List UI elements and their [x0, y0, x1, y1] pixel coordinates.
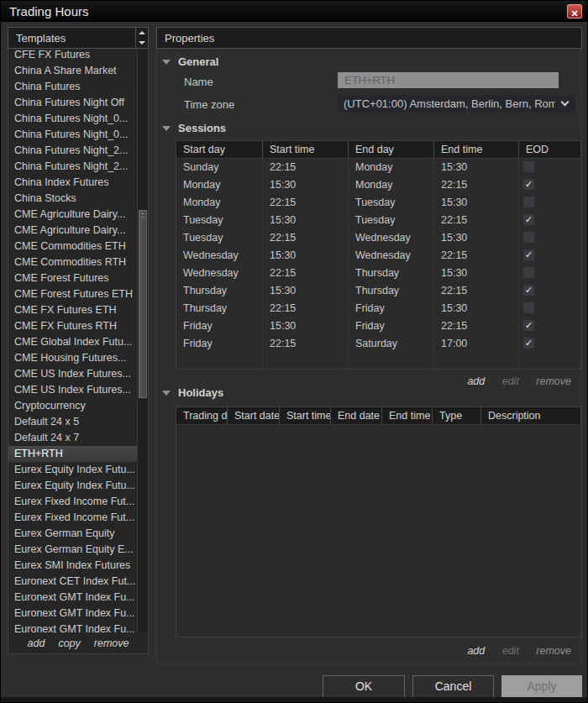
- template-item[interactable]: China Futures Night_0...: [8, 127, 148, 143]
- template-item[interactable]: CME FX Futures RTH: [8, 318, 148, 334]
- template-item[interactable]: CME Forest Futures ETH: [8, 286, 148, 302]
- close-button[interactable]: ✕: [567, 4, 582, 18]
- session-row[interactable]: Thursday 15:30 Thursday 22:15 ✓: [176, 282, 580, 300]
- template-item[interactable]: China Futures Night Off: [8, 95, 148, 111]
- template-item[interactable]: Eurex German Equity: [8, 526, 148, 542]
- template-item[interactable]: China Stocks: [8, 191, 148, 207]
- template-item[interactable]: Default 24 x 5: [8, 414, 148, 430]
- eod-checkbox[interactable]: [523, 197, 534, 207]
- template-item[interactable]: CME Agriculture Dairy...: [8, 223, 148, 239]
- session-row[interactable]: Monday 22:15 Tuesday 15:30: [176, 194, 580, 212]
- template-item[interactable]: CME Housing Futures...: [8, 350, 148, 366]
- add-template-link[interactable]: add: [28, 637, 45, 649]
- template-item[interactable]: CME US Index Futures...: [8, 366, 148, 382]
- template-item[interactable]: Euronext CET Index Fut...: [8, 574, 148, 590]
- eod-checkbox[interactable]: ✓: [523, 320, 534, 331]
- template-item[interactable]: CME Commodities RTH: [8, 254, 148, 270]
- session-row[interactable]: Wednesday 22:15 Thursday 15:30: [176, 265, 580, 282]
- eod-checkbox[interactable]: [523, 267, 534, 278]
- name-input: [338, 72, 559, 88]
- column-header[interactable]: Start time: [280, 407, 331, 424]
- template-item[interactable]: CME Commodities ETH: [8, 239, 148, 254]
- session-end-time: 15:30: [434, 300, 519, 317]
- eod-checkbox[interactable]: ✓: [523, 285, 534, 296]
- session-row[interactable]: Thursday 22:15 Friday 15:30: [176, 300, 580, 317]
- cancel-button[interactable]: Cancel: [412, 675, 494, 698]
- template-item[interactable]: Default 24 x 7: [8, 430, 148, 446]
- eod-checkbox[interactable]: [523, 302, 534, 313]
- spinner-up-button[interactable]: [136, 28, 148, 38]
- scrollbar-thumb[interactable]: [139, 210, 147, 398]
- template-item[interactable]: ETH+RTH: [8, 446, 148, 462]
- holidays-section-header[interactable]: Holidays: [162, 386, 223, 399]
- template-item[interactable]: China Futures Night_0...: [8, 111, 148, 127]
- template-item[interactable]: CME FX Futures ETH: [8, 302, 148, 318]
- collapse-triangle-icon: [162, 126, 171, 131]
- session-end-day: Monday: [349, 159, 434, 176]
- edit-session-link[interactable]: edit: [502, 375, 519, 387]
- column-header[interactable]: Type: [433, 407, 481, 424]
- session-row[interactable]: Friday 15:30 Friday 22:15 ✓: [176, 317, 580, 335]
- template-item[interactable]: CME Forest Futures: [8, 270, 148, 286]
- column-header[interactable]: End date: [331, 407, 382, 424]
- column-header[interactable]: End day: [349, 141, 434, 158]
- template-item[interactable]: Euronext GMT Index Fu...: [8, 622, 148, 632]
- sessions-table-body: Sunday 22:15 Monday 15:30 Monday 15:30 M…: [176, 159, 580, 353]
- session-row[interactable]: Tuesday 15:30 Tuesday 22:15 ✓: [176, 212, 580, 229]
- template-item[interactable]: China Index Futures: [8, 175, 148, 191]
- template-item[interactable]: CME Global Index Futu...: [8, 334, 148, 350]
- edit-holiday-link[interactable]: edit: [502, 645, 519, 657]
- template-item[interactable]: Cryptocurrency: [8, 398, 148, 414]
- eod-checkbox[interactable]: ✓: [523, 338, 534, 349]
- sessions-section-header[interactable]: Sessions: [162, 122, 226, 134]
- template-item[interactable]: China Futures: [8, 79, 148, 95]
- window-bottom-edge: [1, 697, 587, 702]
- column-header[interactable]: Trading day: [176, 407, 228, 424]
- eod-checkbox[interactable]: [523, 232, 534, 243]
- session-row[interactable]: Friday 22:15 Saturday 17:00 ✓: [176, 335, 580, 353]
- session-row[interactable]: Monday 15:30 Monday 22:15 ✓: [176, 176, 580, 194]
- template-item[interactable]: CFE FX Futures: [8, 49, 148, 63]
- template-item[interactable]: Eurex Equity Index Futu...: [8, 462, 148, 478]
- template-item[interactable]: Eurex German Equity E...: [8, 542, 148, 558]
- template-item[interactable]: Eurex Fixed Income Fut...: [8, 494, 148, 510]
- session-end-day: Friday: [349, 300, 434, 317]
- timezone-dropdown[interactable]: (UTC+01:00) Amsterdam, Berlin, Bern, Rom…: [338, 95, 575, 113]
- holidays-table: Trading day Start date Start time End da…: [176, 407, 581, 637]
- template-item[interactable]: China Futures Night_2...: [8, 159, 148, 175]
- remove-template-link[interactable]: remove: [94, 637, 129, 649]
- session-row[interactable]: Wednesday 15:30 Wednesday 22:15 ✓: [176, 247, 580, 265]
- add-holiday-link[interactable]: add: [467, 645, 485, 657]
- ok-button[interactable]: OK: [323, 675, 405, 698]
- template-item[interactable]: Euronext GMT Index Fu...: [8, 606, 148, 622]
- session-row[interactable]: Tuesday 22:15 Wednesday 15:30: [176, 229, 580, 247]
- template-item[interactable]: CME US Index Futures...: [8, 382, 148, 398]
- spinner-down-button[interactable]: [136, 38, 148, 48]
- session-row[interactable]: Sunday 22:15 Monday 15:30: [176, 159, 580, 176]
- templates-scrollbar[interactable]: [137, 49, 148, 632]
- template-item[interactable]: CME Agriculture Dairy...: [8, 207, 148, 223]
- column-header[interactable]: End time: [382, 407, 433, 424]
- remove-holiday-link[interactable]: remove: [536, 645, 571, 657]
- template-item[interactable]: China Futures Night_2...: [8, 143, 148, 159]
- general-section-header[interactable]: General: [162, 55, 218, 68]
- eod-checkbox[interactable]: [523, 161, 534, 172]
- eod-checkbox[interactable]: ✓: [523, 214, 534, 225]
- eod-checkbox[interactable]: ✓: [523, 179, 534, 190]
- column-header[interactable]: EOD: [519, 141, 580, 158]
- remove-session-link[interactable]: remove: [536, 375, 571, 387]
- column-header[interactable]: End time: [434, 141, 519, 158]
- template-item[interactable]: Eurex Equity Index Futu...: [8, 478, 148, 494]
- eod-checkbox[interactable]: ✓: [523, 249, 534, 260]
- add-session-link[interactable]: add: [467, 375, 485, 387]
- template-item[interactable]: Eurex SMI Index Futures: [8, 558, 148, 574]
- template-item[interactable]: Eurex Fixed Income Fut...: [8, 510, 148, 526]
- column-header[interactable]: Start time: [263, 141, 349, 158]
- column-header[interactable]: Start date: [228, 407, 280, 424]
- column-header[interactable]: Description: [481, 407, 580, 424]
- template-item[interactable]: China A Share Market: [8, 63, 148, 79]
- column-header[interactable]: Start day: [176, 141, 263, 158]
- copy-template-link[interactable]: copy: [58, 637, 80, 649]
- template-item[interactable]: Euronext GMT Index Fu...: [8, 590, 148, 606]
- apply-button[interactable]: Apply: [501, 675, 582, 698]
